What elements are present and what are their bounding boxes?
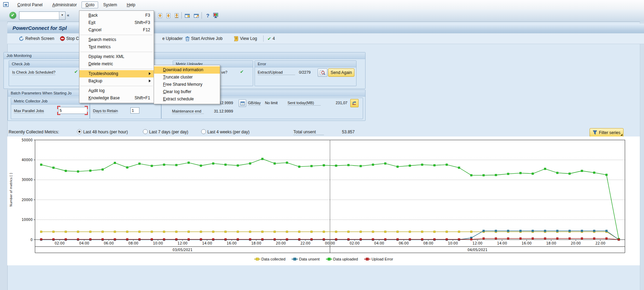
page-down-icon[interactable] [164,12,172,19]
sap-window: Control Panel Administrator Goto System … [0,0,644,290]
create-shortcut-icon[interactable] [193,12,200,19]
svg-text:08:00: 08:00 [423,241,433,245]
menu-item-search-metrics[interactable]: Search metrics [79,36,154,43]
total-unsent-value: 53.857 [342,130,355,134]
submenu-arrow-icon [149,80,151,82]
menu-item-knowledge-base[interactable]: Shift+F1Knowledge Base [79,94,154,102]
uploader-button-fragment[interactable]: e Uploader [161,35,184,42]
command-input[interactable] [19,12,59,19]
extract-upload-value: 0/2279 [299,70,311,74]
svg-text:14:00: 14:00 [497,241,507,245]
refresh-icon [19,36,24,41]
svg-text:14:00: 14:00 [202,241,212,245]
menu-item-clear-log-buffer[interactable]: Clear log buffer [154,88,220,96]
customize-layout-icon[interactable] [212,12,220,19]
collapse-chevrons-icon[interactable]: « [67,13,69,18]
command-dropdown-icon[interactable]: ▼ [59,12,65,19]
maintenance-end-label: Maintenance end [172,109,204,114]
filter-series-button[interactable]: Filter series [590,128,624,137]
days-to-retain-input[interactable] [130,107,139,114]
menu-administrator[interactable]: Administrator [48,1,82,8]
menu-item-cancel[interactable]: F12Cancel [79,26,154,34]
svg-text:22:00: 22:00 [300,241,310,245]
log-icon [233,36,239,41]
menu-goto[interactable]: Goto [81,1,98,8]
page-last-icon[interactable] [173,12,180,19]
radio-icon [201,129,206,134]
svg-text:08:00: 08:00 [128,241,138,245]
chart-legend: Data collectedData unsentData uploadedUp… [7,257,640,261]
help-icon[interactable]: ? [204,12,212,19]
menu-item-display-metric-xml[interactable]: Display metric XML [79,53,154,60]
page-title: PowerConnect for Spl [12,25,67,31]
stop-icon [60,36,65,41]
refresh-screen-button[interactable]: Refresh Screen [17,35,55,42]
menu-item-audit-log[interactable]: Audit log [79,87,154,94]
svg-text:04/05/2021: 04/05/2021 [467,248,488,252]
rate-limit-value: No limit [265,101,278,105]
command-field[interactable]: ▼ [19,11,66,20]
svg-text:30000: 30000 [22,178,33,182]
svg-text:40000: 40000 [22,158,33,162]
toolbar-separator [201,12,202,19]
start-archive-job-button[interactable]: Start Archive Job [184,35,224,42]
svg-text:0: 0 [31,238,33,242]
send-again-button[interactable]: Send Again [328,68,354,77]
menu-item-back[interactable]: F3Back [79,12,154,19]
max-parallel-jobs-input[interactable] [58,107,87,114]
svg-text:18:00: 18:00 [546,241,556,245]
window-menu-icon[interactable] [3,2,9,7]
svg-text:20000: 20000 [22,198,33,202]
legend-marker-icon [326,257,332,261]
page-up-icon[interactable] [156,12,164,19]
toolbar-separator [263,35,264,42]
menu-separator [80,35,153,35]
menu-item-download-information[interactable]: Download information [154,66,220,74]
check-icon: ✔ [267,36,271,41]
svg-text:04:00: 04:00 [79,241,89,245]
metric-collector-job-box: Metric Collector Job Max Parallel Jobs [11,98,90,119]
calendar-button[interactable] [239,99,246,107]
menu-system[interactable]: System [98,1,122,8]
enter-button[interactable]: ✔ [9,12,16,19]
svg-text:20:00: 20:00 [276,241,286,245]
error-header: Error [255,61,356,67]
legend-marker-icon [364,257,370,261]
radio-last-4-weeks[interactable]: Last 4 weeks (per day) [201,129,249,134]
maintenance-end-value: 31.12.9999 [214,109,233,113]
dropdown-corner-icon [620,134,622,136]
window-right-gutter [640,22,644,290]
svg-text:03/05/2021: 03/05/2021 [172,248,192,252]
menu-item-troubleshooting[interactable]: Troubleshooting [79,70,154,77]
ok-count-button[interactable]: ✔ 4 [266,35,276,42]
svg-text:16:00: 16:00 [522,241,532,245]
svg-text:50000: 50000 [22,138,33,142]
menu-item-truncate-cluster[interactable]: Truncate cluster [154,74,220,81]
trash-icon [185,36,190,41]
legend-marker-icon [292,257,298,261]
radio-icon [143,129,148,134]
toolbar-separator [181,12,182,19]
menu-item-backup[interactable]: Backup [79,77,154,85]
radio-icon [77,129,82,134]
sent-history-button[interactable] [350,99,359,107]
uploader-active-label-fragment: ve? [221,70,227,75]
error-detail-button[interactable] [318,68,327,77]
radio-last-7-days[interactable]: Last 7 days (per day) [143,129,188,134]
menu-control-panel[interactable]: Control Panel [12,1,48,8]
legend-marker-icon [254,257,260,261]
job-monitoring-header: Job Monitoring [4,52,365,59]
menu-item-delete-metric[interactable]: Delete metric [79,60,154,68]
check-job-scheduled-label: Is Check Job Scheduled? [12,70,55,75]
menu-item-extract-schedule[interactable]: Extract schedule [154,96,220,103]
svg-text:02:00: 02:00 [350,241,360,245]
new-session-icon[interactable] [184,12,191,19]
menu-item-free-shared-memory[interactable]: Free Shared Memory [154,81,220,88]
menu-item-test-metrics[interactable]: Test metrics [79,43,154,51]
radio-last-48-hours[interactable]: Last 48 hours (per hour) [77,129,128,134]
svg-text:20:00: 20:00 [571,241,581,245]
menu-item-exit[interactable]: Shift+F3Exit [79,19,154,26]
menu-separator [80,69,153,69]
view-log-button[interactable]: View Log [232,35,258,42]
menu-help[interactable]: Help [122,1,140,8]
